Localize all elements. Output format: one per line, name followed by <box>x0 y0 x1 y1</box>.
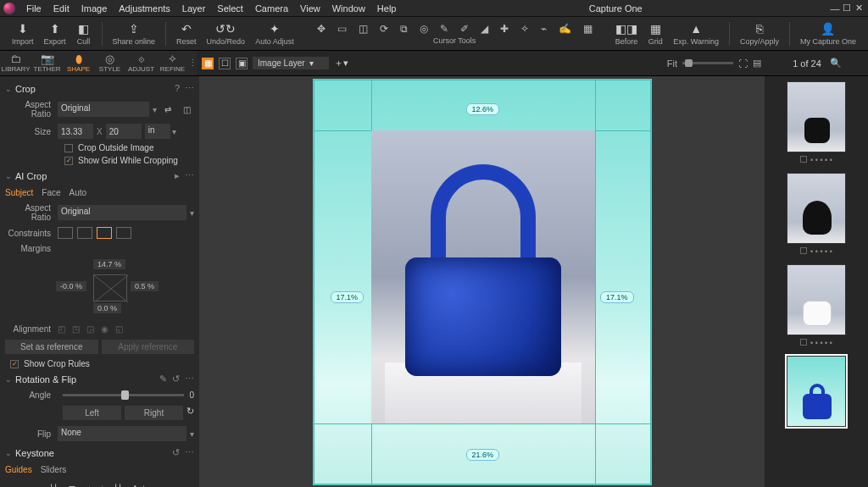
import-button[interactable]: ⬇Import <box>12 21 34 46</box>
keystone-both-icon[interactable]: ♯ <box>86 484 91 488</box>
cursor-overlay-icon[interactable]: ▦ <box>583 23 593 35</box>
aicrop-run-icon[interactable]: ▸ <box>175 170 180 181</box>
aicrop-tab-subject[interactable]: Subject <box>5 188 33 197</box>
cursor-pan-icon[interactable]: ✥ <box>317 23 326 35</box>
cursor-erase-icon[interactable]: ✐ <box>460 23 469 35</box>
view-mode-proof-icon[interactable]: ▣ <box>236 58 248 69</box>
tab-more-icon[interactable]: ⋮ <box>188 51 197 75</box>
set-reference-button[interactable]: Set as reference <box>5 340 98 354</box>
tab-tether[interactable]: 📷TETHER <box>31 51 63 75</box>
margin-left-input[interactable]: -0.0 % <box>56 281 86 291</box>
cursor-keystone-icon[interactable]: ⧉ <box>400 23 408 35</box>
image-viewer[interactable]: 12.6% 17.1% 17.1% 21.6% <box>199 76 765 487</box>
keystone-horizontal-icon[interactable]: 〓 <box>68 483 76 487</box>
cursor-spot-icon[interactable]: ◎ <box>420 23 428 35</box>
thumbnail-item[interactable]: • • • • • <box>770 264 863 347</box>
zoom-browser-icon[interactable]: ▤ <box>753 58 761 69</box>
menu-adjustments[interactable]: Adjustments <box>113 3 176 14</box>
more-icon[interactable]: ⋯ <box>185 447 194 458</box>
undo-redo-button[interactable]: ↺↻Undo/Redo <box>207 21 246 46</box>
crop-aspect-select[interactable]: Original <box>58 102 149 117</box>
reset-button[interactable]: ↶Reset <box>176 21 197 46</box>
menu-view[interactable]: View <box>294 3 326 14</box>
aicrop-tab-auto[interactable]: Auto <box>70 188 87 197</box>
more-icon[interactable]: ⋯ <box>185 170 194 181</box>
more-icon[interactable]: ⋯ <box>185 374 194 385</box>
thumbnail-item[interactable]: • • • • • <box>770 173 863 256</box>
aicrop-aspect-select[interactable]: Original <box>58 205 186 220</box>
keystone-section-header[interactable]: ⌄ Keystone ↺⋯ <box>5 444 194 462</box>
constraint-fill-button[interactable] <box>116 227 131 239</box>
copy-apply-button[interactable]: ⎘Copy/Apply <box>740 21 779 46</box>
menu-help[interactable]: Help <box>371 3 403 14</box>
grid-button[interactable]: ▦Grid <box>648 21 663 46</box>
tab-refine[interactable]: ✧REFINE <box>157 51 188 75</box>
cursor-brush-icon[interactable]: ✎ <box>440 23 448 35</box>
cursor-crop-icon[interactable]: ◫ <box>359 23 368 35</box>
margin-bottom-input[interactable]: 0.0 % <box>93 303 121 313</box>
crop-height-input[interactable] <box>106 124 142 139</box>
show-crop-rules-checkbox[interactable]: ✓Show Crop Rules <box>5 357 194 370</box>
apply-reference-button[interactable]: Apply reference <box>102 340 195 354</box>
reset-icon[interactable]: ↺ <box>172 447 180 458</box>
rotation-section-header[interactable]: ⌄ Rotation & Flip ✎↺⋯ <box>5 370 194 388</box>
maximize-icon[interactable]: ☐ <box>841 3 853 14</box>
keystone-tab-guides[interactable]: Guides <box>5 465 32 474</box>
zoom-slider[interactable] <box>682 62 733 64</box>
cull-button[interactable]: ◧Cull <box>76 21 92 46</box>
layer-select[interactable]: Image Layer ▾ <box>253 57 329 69</box>
tab-library[interactable]: 🗀LIBRARY <box>0 51 31 75</box>
align-br-icon[interactable]: ◱ <box>115 324 123 334</box>
menu-image[interactable]: Image <box>75 3 114 14</box>
align-tl-icon[interactable]: ◰ <box>58 324 65 334</box>
keystone-apply-icon[interactable]: ⎮⎮ <box>114 484 122 488</box>
cursor-rotate-icon[interactable]: ⟳ <box>380 23 388 35</box>
crop-tool-icon[interactable]: ◫ <box>179 102 194 117</box>
zoom-expand-icon[interactable]: ⛶ <box>738 58 748 69</box>
keystone-auto-button[interactable]: Auto <box>132 484 150 488</box>
thumbnail-item[interactable]: • • • • • <box>770 81 863 164</box>
tab-shape[interactable]: ⬮SHAPE <box>63 51 94 75</box>
aicrop-tab-face[interactable]: Face <box>42 188 60 197</box>
margin-top-input[interactable]: 14.7 % <box>93 259 125 269</box>
close-icon[interactable]: ✕ <box>853 3 865 14</box>
export-button[interactable]: ⬆Export <box>44 21 66 46</box>
auto-adjust-button[interactable]: ✦Auto Adjust <box>255 21 294 46</box>
crop-width-input[interactable] <box>58 124 93 139</box>
angle-slider[interactable] <box>63 394 184 396</box>
crop-outside-checkbox[interactable]: Crop Outside Image <box>5 141 194 154</box>
menu-select[interactable]: Select <box>211 3 249 14</box>
more-icon[interactable]: ⋯ <box>185 83 194 94</box>
crop-showgrid-checkbox[interactable]: ✓Show Grid While Cropping <box>5 154 194 167</box>
align-cc-icon[interactable]: ◉ <box>101 324 108 334</box>
view-mode-single-icon[interactable]: ▦ <box>202 58 214 69</box>
cursor-select-icon[interactable]: ▭ <box>337 23 347 35</box>
menu-window[interactable]: Window <box>326 3 371 14</box>
menu-layer[interactable]: Layer <box>176 3 212 14</box>
margin-right-input[interactable]: 0.5 % <box>131 281 159 291</box>
view-mode-multi-icon[interactable]: ☐ <box>219 58 231 69</box>
cursor-gradient-icon[interactable]: ◢ <box>481 23 488 35</box>
keystone-vertical-icon[interactable]: ⎮⎮ <box>49 484 58 488</box>
add-layer-icon[interactable]: ＋▾ <box>334 57 348 69</box>
keystone-tab-sliders[interactable]: Sliders <box>41 465 67 474</box>
align-tc-icon[interactable]: ◳ <box>72 324 80 334</box>
align-tr-icon[interactable]: ◲ <box>86 324 94 334</box>
tab-style[interactable]: ◎STYLE <box>94 51 125 75</box>
crop-canvas[interactable]: 12.6% 17.1% 17.1% 21.6% <box>313 79 652 485</box>
thumbnail-item-selected[interactable] <box>770 356 863 427</box>
constraint-right-button[interactable] <box>77 227 92 239</box>
aicrop-section-header[interactable]: ⌄ AI Crop ▸⋯ <box>5 167 194 185</box>
thumbnail-browser[interactable]: • • • • • • • • • • • • • • • <box>765 76 868 487</box>
cursor-picker-icon[interactable]: ⌁ <box>541 23 547 35</box>
exp-warning-button[interactable]: ▲Exp. Warning <box>673 21 719 46</box>
constraint-center-button[interactable] <box>97 227 112 239</box>
rotate-tool-icon[interactable]: ✎ <box>159 374 167 385</box>
cursor-annotation-icon[interactable]: ✍ <box>559 23 571 35</box>
fit-label[interactable]: Fit <box>667 58 677 69</box>
cursor-magic-icon[interactable]: ✧ <box>520 23 529 35</box>
reset-icon[interactable]: ↺ <box>172 374 180 385</box>
crop-unit-select[interactable]: in <box>145 124 170 139</box>
menu-edit[interactable]: Edit <box>47 3 75 14</box>
share-online-button[interactable]: ⇪Share online <box>113 21 156 46</box>
